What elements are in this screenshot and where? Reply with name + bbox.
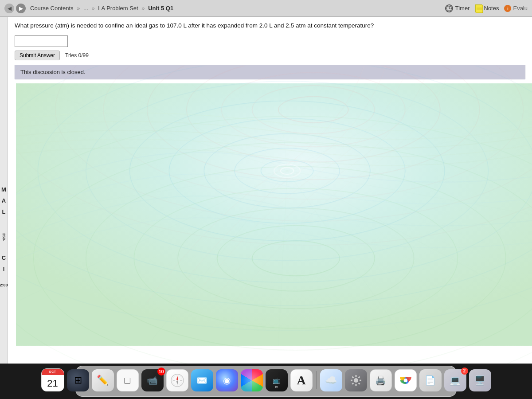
nav-arrows: ◀ ▶: [4, 4, 26, 13]
eval-section[interactable]: i Evalu: [504, 5, 528, 12]
dock-item-pencil[interactable]: ✏️: [92, 369, 114, 391]
svg-marker-50: [176, 376, 178, 380]
sidebar-label-250: 250-: [0, 233, 7, 241]
fontbook-icon: A: [297, 373, 305, 387]
svg-point-54: [354, 378, 358, 383]
dock-calendar-month: OCT: [49, 370, 56, 373]
dock-item-chrome[interactable]: [395, 369, 417, 391]
eval-icon: i: [504, 5, 511, 12]
dock-item-empty[interactable]: □: [117, 369, 139, 391]
dock-item-launchpad[interactable]: ⊞: [67, 369, 89, 391]
main-window: ◀ ▶ Course Contents » ... » LA Problem S…: [0, 0, 532, 364]
breadcrumb-sep1: »: [77, 5, 82, 12]
dock-calendar-day: 21: [47, 378, 58, 389]
back-button[interactable]: ◀: [4, 4, 14, 13]
unknown2-icon: 💻: [450, 375, 461, 386]
svg-rect-7: [16, 83, 532, 346]
forward-button[interactable]: ▶: [16, 4, 26, 13]
unknown2-badge: 2: [461, 368, 468, 375]
back-arrow-icon: ◀: [8, 5, 12, 12]
svg-point-64: [404, 379, 407, 382]
sidebar-label-200: 2:00: [0, 282, 8, 288]
svg-line-60: [358, 383, 360, 384]
question-text: What pressure (atm) is needed to confine…: [15, 21, 525, 30]
sidebar-label-al2: L: [2, 207, 6, 217]
wave-svg: [16, 66, 532, 364]
dock: OCT 21 ⊞ ✏️ □ 📹 10: [0, 365, 532, 397]
tries-text: Tries 0/99: [65, 52, 89, 59]
svg-rect-3: [476, 5, 483, 13]
wave-background: [16, 66, 532, 364]
forward-arrow-icon: ▶: [19, 5, 23, 12]
timer-section[interactable]: Timer: [445, 4, 470, 12]
timer-icon: [445, 4, 453, 12]
svg-marker-51: [176, 380, 178, 385]
sidebar-left: M A L 250- C l 2:00: [0, 17, 8, 364]
breadcrumb-part2[interactable]: ...: [83, 5, 88, 12]
dock-item-sysprefs[interactable]: [345, 369, 367, 391]
svg-line-61: [358, 376, 360, 378]
dock-item-calendar[interactable]: OCT 21: [41, 368, 64, 391]
svg-line-59: [352, 376, 353, 378]
sidebar-label-cl: C: [2, 254, 6, 263]
dock-item-siri[interactable]: ◉: [216, 369, 238, 391]
answer-input[interactable]: [15, 35, 68, 47]
sidebar-label-l: l: [3, 265, 5, 274]
dock-item-photos[interactable]: [241, 369, 263, 391]
pencil-icon: ✏️: [97, 375, 109, 386]
print-icon: 🖨️: [375, 375, 386, 386]
chrome-icon: [399, 373, 413, 387]
svg-line-62: [352, 383, 353, 384]
nav-bar: ◀ ▶ Course Contents » ... » LA Problem S…: [0, 0, 532, 17]
breadcrumb: Course Contents » ... » LA Problem Set »…: [30, 5, 445, 12]
dock-item-icloud[interactable]: ☁️: [320, 369, 342, 391]
sidebar-label-al: A: [2, 196, 6, 206]
timer-label: Timer: [455, 5, 470, 12]
mail-icon: ✉️: [196, 375, 207, 386]
dock-items: OCT 21 ⊞ ✏️ □ 📹 10: [41, 368, 491, 394]
submit-row: Submit Answer Tries 0/99: [15, 51, 525, 60]
dock-item-mail[interactable]: ✉️: [191, 369, 213, 391]
dock-item-print[interactable]: 🖨️: [370, 369, 392, 391]
compass-icon: [170, 373, 184, 387]
breadcrumb-sep3: »: [141, 5, 146, 12]
breadcrumb-current: Unit 5 Q1: [148, 5, 173, 12]
last-icon: 🖥️: [474, 375, 485, 386]
tv-label: tv: [275, 385, 278, 389]
dock-item-unknown1[interactable]: 📄: [419, 369, 442, 391]
notes-label: Notes: [484, 5, 499, 12]
breadcrumb-part1[interactable]: Course Contents: [30, 5, 74, 12]
breadcrumb-part3[interactable]: LA Problem Set: [98, 5, 138, 12]
content-area: M A L 250- C l 2:00 What pressure (atm) …: [0, 17, 532, 364]
main-content-area: What pressure (atm) is needed to confine…: [8, 17, 532, 364]
submit-button[interactable]: Submit Answer: [15, 51, 60, 60]
dock-item-fontbook[interactable]: A: [290, 369, 313, 391]
svg-point-0: [446, 6, 451, 11]
breadcrumb-sep2: »: [92, 5, 97, 12]
nav-right: Timer Notes i Evalu: [445, 4, 528, 12]
tv-icon: 📺: [273, 377, 280, 384]
dock-item-safari[interactable]: [166, 369, 188, 391]
empty-icon: □: [125, 375, 130, 386]
dock-item-facetime[interactable]: 📹 10: [141, 369, 164, 391]
unknown1-icon: 📄: [425, 375, 436, 386]
cloud-icon: ☁️: [325, 375, 337, 386]
notes-icon: [475, 4, 482, 12]
dock-item-unknown2[interactable]: 💻 2: [444, 369, 466, 391]
notes-section[interactable]: Notes: [475, 4, 499, 12]
dock-item-appletv[interactable]: 📺 tv: [266, 369, 288, 391]
dock-item-last[interactable]: 🖥️: [469, 369, 491, 391]
dock-separator: [316, 371, 317, 389]
launchpad-icon: ⊞: [74, 375, 82, 386]
facetime-badge: 10: [157, 368, 165, 376]
gear-icon: [349, 374, 363, 387]
sidebar-label-m: M: [1, 185, 6, 195]
facetime-icon: 📹: [147, 375, 158, 386]
eval-label: Evalu: [513, 5, 528, 12]
siri-icon: ◉: [223, 375, 231, 386]
